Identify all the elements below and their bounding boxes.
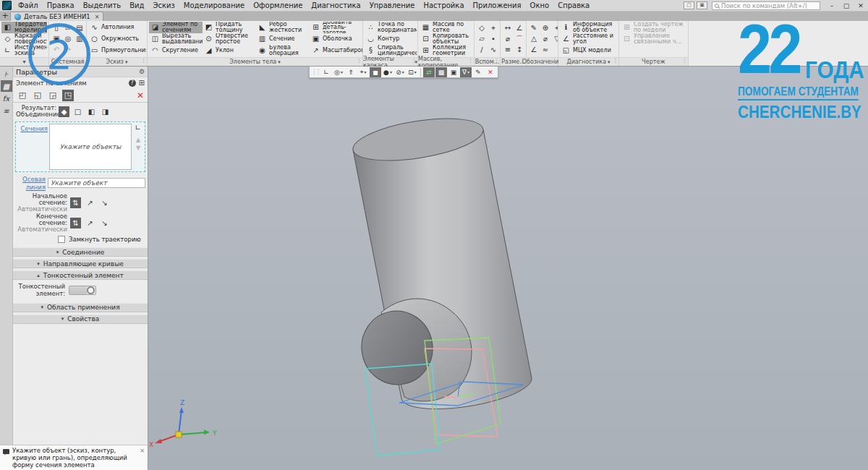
- close-trajectory-checkbox[interactable]: [58, 236, 65, 243]
- point-by-coordinates-button[interactable]: ∴Точка по координатам: [365, 22, 417, 33]
- new-tab-button[interactable]: +: [0, 12, 10, 21]
- end-normal-icon[interactable]: ↗: [85, 218, 95, 228]
- diameter-mark-icon[interactable]: ⌀: [540, 33, 551, 44]
- end-auto-icon[interactable]: ⇅: [70, 218, 81, 228]
- snap-mode-icon[interactable]: ⇄: [423, 67, 435, 77]
- chevron-down-icon[interactable]: ▾: [125, 59, 128, 65]
- axis-input[interactable]: Укажите объект: [48, 178, 145, 188]
- aux-point-icon[interactable]: ∙: [488, 33, 499, 44]
- axis-link[interactable]: Осевая линия: [22, 176, 46, 191]
- fillet-button[interactable]: ◠Скругление: [149, 45, 203, 56]
- array-by-grid-button[interactable]: ▦Массив по сетке: [420, 22, 473, 33]
- autoline-button[interactable]: ∿Автолиния: [88, 22, 146, 33]
- abort-icon[interactable]: ✕: [485, 67, 496, 77]
- tree-icon[interactable]: ⊞: [139, 79, 145, 87]
- cut-extrude-button[interactable]: ◫Вырезать выдавливанием: [149, 33, 203, 45]
- screenshot-icon[interactable]: ▣: [697, 1, 707, 9]
- object-info-button[interactable]: ℹИнформация об объекте: [560, 22, 618, 33]
- note-leader-icon[interactable]: ✎: [528, 22, 540, 33]
- sections-list[interactable]: Укажите объекты: [49, 124, 132, 170]
- chevron-down-icon[interactable]: ▾: [414, 69, 417, 74]
- dim-chain-icon[interactable]: ≡: [502, 44, 514, 55]
- chevron-down-icon[interactable]: ▾: [467, 69, 469, 74]
- aux-surface-icon[interactable]: ▱: [476, 33, 488, 44]
- tab-close-icon[interactable]: ✕: [95, 14, 100, 20]
- result-union-icon[interactable]: ◆: [59, 106, 69, 117]
- dim-linear-icon[interactable]: ↔: [502, 22, 514, 33]
- parameters-panel-icon[interactable]: ▦: [1, 80, 12, 92]
- angle-mark-icon[interactable]: ∠: [528, 44, 540, 55]
- clip-view-icon[interactable]: ⊡▾: [407, 67, 418, 77]
- chevron-down-icon[interactable]: ▾: [608, 59, 610, 65]
- group-expander-icon[interactable]: ⋮: [552, 58, 557, 64]
- panel-section-bar[interactable]: ▾Соединение: [13, 247, 148, 257]
- distance-angle-button[interactable]: ∠Расстояние и угол: [560, 33, 618, 45]
- menu-item[interactable]: Вид: [125, 1, 148, 9]
- rib-button[interactable]: ◣Ребро жесткости: [256, 22, 310, 33]
- menu-item[interactable]: Управление: [365, 1, 420, 9]
- restore-button[interactable]: ▢: [839, 2, 854, 9]
- base-mark-icon[interactable]: ⊕: [540, 22, 551, 33]
- group-expander-icon[interactable]: ⋮: [682, 58, 687, 64]
- slope-mark-icon[interactable]: ▽: [551, 33, 558, 44]
- group-expander-icon[interactable]: ⋮: [412, 58, 417, 64]
- mass-properties-button[interactable]: ◱МЦХ модели: [560, 45, 618, 56]
- aux-line-icon[interactable]: ∕: [476, 44, 488, 55]
- toolbar-grip[interactable]: ⋮⋮: [311, 69, 320, 75]
- command-search[interactable]: Поиск по командам (Alt+/): [712, 1, 820, 10]
- app-logo-icon[interactable]: [2, 1, 12, 10]
- contour-button[interactable]: ◡Контур: [365, 33, 417, 45]
- menu-item[interactable]: Приложения: [469, 1, 526, 9]
- scale-button[interactable]: ↗Масштабиров...: [310, 45, 362, 56]
- dim-diameter-icon[interactable]: ⌀: [502, 33, 514, 44]
- group-expander-icon[interactable]: ⋮: [494, 58, 499, 64]
- cancel-command-icon[interactable]: ✕: [137, 90, 144, 101]
- group-expander-icon[interactable]: ⋮: [613, 58, 618, 64]
- minimize-button[interactable]: –: [825, 2, 839, 9]
- close-button[interactable]: ✕: [854, 2, 868, 9]
- menu-item[interactable]: Правка: [43, 1, 79, 9]
- roughness-icon[interactable]: ≈: [540, 44, 551, 55]
- panel-section-bar[interactable]: ▾Область применения: [13, 303, 148, 312]
- menu-item[interactable]: Оформление: [249, 1, 307, 9]
- mode-solid-icon[interactable]: ◰: [17, 90, 28, 101]
- dim-radial-icon[interactable]: ⌒: [514, 33, 525, 44]
- boolean-operation-button[interactable]: ◉Булева операция: [256, 45, 310, 56]
- copy-objects-button[interactable]: ⊡Копировать объекты: [420, 33, 473, 45]
- result-subtract-icon[interactable]: ◧: [86, 106, 97, 117]
- group-expander-icon[interactable]: ⋮: [141, 58, 146, 64]
- add-part-blank-button[interactable]: ⊞Добавить деталь-заготов...: [310, 22, 362, 33]
- zoom-icon[interactable]: ◎▾: [333, 67, 344, 77]
- chevron-down-icon[interactable]: ▾: [365, 69, 367, 74]
- menu-item[interactable]: Выделить: [79, 1, 125, 9]
- simple-hole-button[interactable]: ⊙Отверстие простое: [203, 33, 256, 45]
- chevron-down-icon[interactable]: ▾: [278, 59, 281, 65]
- move-down-icon[interactable]: ▼: [136, 145, 140, 151]
- coordinate-axes-icon[interactable]: ⌖▾: [357, 67, 369, 77]
- element-by-sections-button[interactable]: ◪Элемент по сечениям: [149, 22, 203, 33]
- copy-properties-icon[interactable]: ▣: [448, 67, 459, 77]
- thin-wall-toggle[interactable]: [69, 286, 96, 295]
- document-tab[interactable]: Деталь БЕЗ ИМЕНИ1 ✕: [10, 12, 103, 21]
- pick-pencil-icon[interactable]: ✎: [472, 67, 484, 77]
- start-vector-icon[interactable]: ↘: [99, 197, 110, 208]
- draft-button[interactable]: ◢Уклон: [203, 45, 256, 56]
- menu-item[interactable]: Справка: [553, 1, 594, 9]
- menu-item[interactable]: Диагностика: [307, 1, 365, 9]
- panel-section-bar[interactable]: ▾Направляющие кривые: [13, 259, 148, 268]
- dim-vertical-icon[interactable]: ↕: [514, 44, 525, 55]
- end-vector-icon[interactable]: ↘: [99, 218, 110, 228]
- start-auto-icon[interactable]: ⇅: [70, 197, 81, 208]
- help-icon[interactable]: ?: [129, 80, 136, 87]
- create-sketch-icon[interactable]: ∟: [135, 124, 141, 132]
- panel-section-bar-thin-wall[interactable]: ▴ Тонкостенный элемент: [13, 270, 148, 280]
- menu-item[interactable]: Настройка: [419, 1, 468, 9]
- hide-objects-icon[interactable]: ⊘▾: [394, 67, 406, 77]
- render-mode-icon[interactable]: ●▾: [382, 67, 393, 77]
- move-up-icon[interactable]: ▲: [136, 137, 140, 143]
- circle-button[interactable]: ○Окружность: [88, 33, 146, 45]
- manage-linked-drawings-button[interactable]: ⊡Управление связанными ч...: [621, 33, 687, 45]
- quick-sketch-icon[interactable]: ∟: [320, 67, 332, 77]
- rectangle-button[interactable]: ▭Прямоугольник: [88, 45, 146, 56]
- group-expander-icon[interactable]: ⋮: [468, 58, 473, 64]
